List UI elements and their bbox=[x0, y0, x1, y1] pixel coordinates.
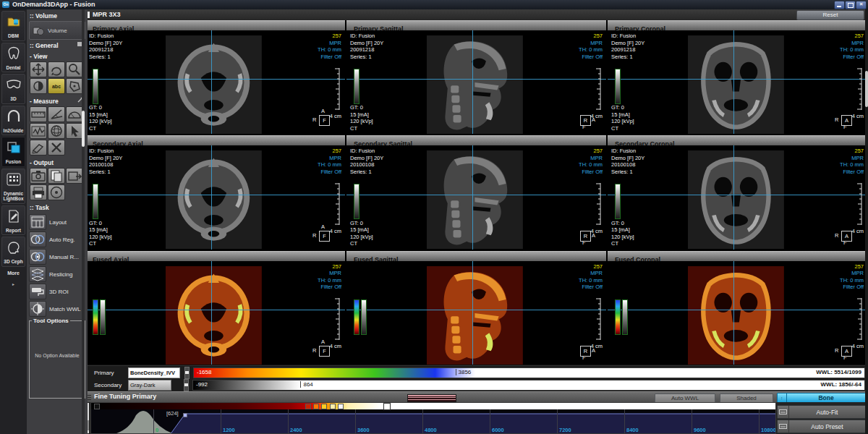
zoom-tool-icon[interactable] bbox=[66, 61, 83, 77]
viewport-header[interactable]: Secondary Coronal bbox=[608, 135, 867, 145]
crosshair-vertical[interactable] bbox=[733, 261, 734, 365]
volume-button[interactable]: Volume bbox=[29, 21, 85, 40]
abc-tool-icon[interactable]: abc bbox=[48, 78, 65, 94]
viewport-header[interactable]: Fused Sagittal bbox=[346, 251, 606, 261]
crosshair-horizontal[interactable] bbox=[85, 79, 345, 80]
viewport-header[interactable]: Primary Axial bbox=[85, 20, 345, 30]
viewport-canvas[interactable]: ID: FusionDemo [F] 20Y20091218Series: 1 … bbox=[346, 30, 606, 134]
viewport-fused-coronal[interactable]: Fused Coronal 257MPRTH: 0 mmFilter Off 4… bbox=[608, 251, 867, 365]
viewport-secondary-axial[interactable]: Secondary Axial ID: FusionDemo [F] 20Y20… bbox=[85, 135, 345, 249]
module-item-report[interactable]: Report bbox=[1, 205, 25, 236]
colormap-handle[interactable] bbox=[94, 404, 100, 409]
distance-tool-icon[interactable] bbox=[30, 106, 47, 122]
primary-lut-select[interactable]: BoneDensity_IVV bbox=[128, 367, 180, 378]
colormap-handle[interactable] bbox=[338, 404, 344, 409]
crosshair-horizontal[interactable] bbox=[346, 79, 606, 80]
close-button[interactable]: × bbox=[856, 1, 867, 9]
crosshair-vertical[interactable] bbox=[733, 145, 734, 249]
crosshair-horizontal[interactable] bbox=[608, 79, 867, 80]
viewport-canvas[interactable]: ID: FusionDemo [F] 20Y20100108Series: 1 … bbox=[608, 145, 867, 249]
viewport-header[interactable]: Secondary Sagittal bbox=[346, 135, 606, 145]
capture-tool-icon[interactable] bbox=[30, 168, 47, 184]
auto-preset-button[interactable]: Auto Preset bbox=[777, 420, 866, 433]
copy-tool-icon[interactable] bbox=[48, 168, 65, 184]
colormap-handle[interactable] bbox=[330, 404, 336, 409]
module-item-dbm[interactable]: DBM bbox=[1, 11, 25, 41]
viewport-canvas[interactable]: ID: FusionDemo [F] 20Y20091218Series: 1 … bbox=[85, 30, 345, 134]
crosshair-vertical[interactable] bbox=[211, 145, 212, 249]
sphere-tool-icon[interactable] bbox=[48, 123, 65, 139]
colormap-handle[interactable] bbox=[313, 404, 319, 409]
secondary-window-bar[interactable]: -992 864 WWL: 1856/-64 bbox=[192, 380, 865, 391]
viewport-fused-axial[interactable]: Fused Axial 257MPRTH: 0 mmFilter Off 4 c… bbox=[85, 251, 345, 365]
viewport-canvas[interactable]: 257MPRTH: 0 mmFilter Off 4 cm A RF bbox=[608, 261, 867, 365]
task-button-manual-r-[interactable]: Manual R... ▸ bbox=[29, 249, 85, 265]
protractor-tool-icon[interactable] bbox=[66, 106, 83, 122]
select-tool-icon[interactable] bbox=[66, 123, 83, 139]
crosshair-vertical[interactable] bbox=[472, 261, 473, 365]
crosshair-horizontal[interactable] bbox=[346, 195, 606, 195]
crosshair-vertical[interactable] bbox=[211, 30, 212, 134]
secondary-opacity-slider[interactable] bbox=[184, 379, 189, 391]
task-button-match-wwl[interactable]: Match WWL bbox=[29, 301, 85, 317]
primary-window-bar[interactable]: -1658 3856 WWL: 5514/1099 bbox=[193, 367, 865, 378]
crosshair-horizontal[interactable] bbox=[85, 310, 345, 310]
viewport-canvas[interactable]: ID: FusionDemo [F] 20Y20100108Series: 1 … bbox=[346, 145, 606, 249]
region-tool-icon[interactable] bbox=[66, 78, 83, 94]
sidebar-scrollbar[interactable] bbox=[82, 9, 85, 434]
delete-tool-icon[interactable] bbox=[48, 140, 65, 156]
primary-opacity-slider[interactable] bbox=[184, 367, 190, 379]
viewport-header[interactable]: Secondary Axial bbox=[85, 135, 345, 145]
viewport-canvas[interactable]: 257MPRTH: 0 mmFilter Off 4 cm F AR bbox=[85, 261, 345, 365]
viewport-secondary-sagittal[interactable]: Secondary Sagittal ID: FusionDemo [F] 20… bbox=[346, 135, 606, 249]
colormap-handle[interactable] bbox=[321, 404, 327, 409]
viewport-header[interactable]: Fused Coronal bbox=[608, 251, 867, 261]
task-button-3d-roi[interactable]: 3D ROI bbox=[29, 284, 85, 299]
module-item-dental[interactable]: Dental bbox=[1, 43, 25, 73]
colormap-handle[interactable] bbox=[305, 404, 311, 409]
module-item-in2guide[interactable]: In2Guide bbox=[1, 106, 25, 136]
pan-tool-icon[interactable] bbox=[30, 61, 47, 77]
task-button-auto-reg-[interactable]: Auto Reg. bbox=[29, 231, 85, 247]
crosshair-horizontal[interactable] bbox=[608, 195, 867, 195]
histogram-plot[interactable]: [624] 0120024003600480060007200840096001… bbox=[90, 402, 776, 434]
crosshair-vertical[interactable] bbox=[472, 30, 473, 134]
viewport-fused-sagittal[interactable]: Fused Sagittal 257MPRTH: 0 mmFilter Off … bbox=[346, 251, 606, 365]
crosshair-vertical[interactable] bbox=[211, 261, 212, 365]
minimize-button[interactable] bbox=[834, 1, 845, 9]
viewport-secondary-coronal[interactable]: Secondary Coronal ID: FusionDemo [F] 20Y… bbox=[608, 135, 867, 249]
export-tool-icon[interactable] bbox=[66, 168, 83, 184]
viewport-header[interactable]: Primary Sagittal bbox=[346, 20, 606, 30]
viewport-canvas[interactable]: 257MPRTH: 0 mmFilter Off 4 cm R AF bbox=[346, 261, 606, 365]
viewport-canvas[interactable]: ID: FusionDemo [F] 20Y20091218Series: 1 … bbox=[608, 30, 867, 134]
brightness-tool-icon[interactable] bbox=[30, 78, 47, 94]
window-scrollbar[interactable] bbox=[865, 9, 868, 434]
viewport-canvas[interactable]: ID: FusionDemo [F] 20Y20100108Series: 1 … bbox=[85, 145, 345, 249]
print-tool-icon[interactable] bbox=[30, 184, 47, 200]
viewport-primary-axial[interactable]: Primary Axial ID: FusionDemo [F] 20Y2009… bbox=[85, 20, 345, 134]
burn-tool-icon[interactable] bbox=[48, 184, 65, 200]
module-item-3d-ceph[interactable]: 3D Ceph bbox=[1, 237, 25, 267]
crosshair-vertical[interactable] bbox=[472, 145, 473, 249]
module-item-3d[interactable]: 3D bbox=[1, 74, 25, 104]
module-item-dynamic-lightbox[interactable]: Dynamic LightBox bbox=[1, 169, 25, 204]
crosshair-horizontal[interactable] bbox=[608, 310, 867, 310]
viewport-primary-coronal[interactable]: Primary Coronal ID: FusionDemo [F] 20Y20… bbox=[608, 20, 867, 134]
module-item-more[interactable]: More ▸ bbox=[1, 268, 25, 292]
task-button-reslicing[interactable]: Reslicing bbox=[29, 266, 85, 282]
profile-tool-icon[interactable] bbox=[30, 123, 47, 139]
rotate-tool-icon[interactable] bbox=[48, 61, 65, 77]
crosshair-vertical[interactable] bbox=[733, 30, 734, 134]
task-button-layout[interactable]: Layout bbox=[29, 214, 85, 230]
tape-tool-icon[interactable] bbox=[30, 140, 47, 156]
module-item-fusion[interactable]: Fusion bbox=[1, 137, 25, 167]
histogram-area[interactable]: [624] 0120024003600480060007200840096001… bbox=[91, 409, 775, 433]
auto-fit-button[interactable]: Auto-Fit bbox=[777, 405, 866, 419]
restore-button[interactable] bbox=[845, 1, 856, 9]
angle-tool-icon[interactable] bbox=[48, 106, 65, 122]
viewport-primary-sagittal[interactable]: Primary Sagittal ID: FusionDemo [F] 20Y2… bbox=[346, 20, 606, 134]
crosshair-horizontal[interactable] bbox=[346, 310, 606, 310]
colormap-editor-strip[interactable] bbox=[91, 403, 775, 409]
viewport-header[interactable]: Fused Axial bbox=[85, 251, 345, 261]
viewport-header[interactable]: Primary Coronal bbox=[608, 20, 867, 30]
